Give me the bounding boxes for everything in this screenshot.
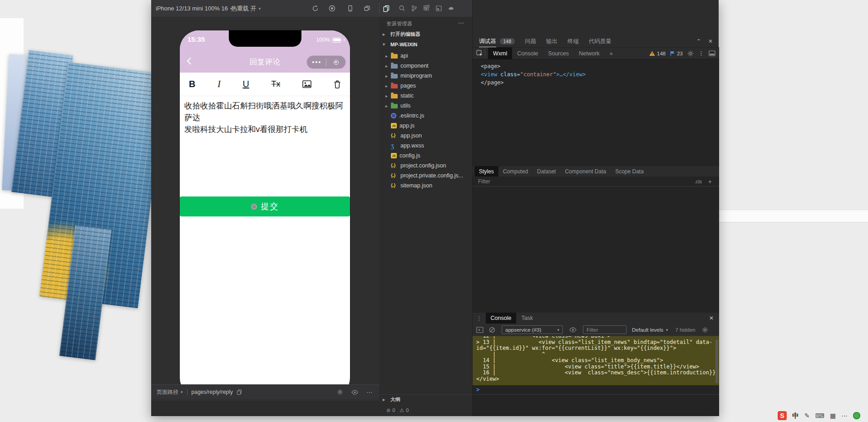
tray-app-icon[interactable] bbox=[853, 412, 860, 419]
devtools-more-icon[interactable]: ⋮ bbox=[698, 50, 704, 57]
console-scrollbar[interactable] bbox=[715, 339, 718, 383]
device-preview-icon[interactable] bbox=[346, 5, 354, 12]
console-input-area[interactable] bbox=[473, 395, 719, 416]
file-tree-item-miniprogram[interactable]: ▸ miniprogram bbox=[379, 71, 472, 81]
more-tabs-icon[interactable]: » bbox=[605, 47, 618, 59]
copy-path-icon[interactable] bbox=[237, 389, 242, 395]
new-style-rule-icon[interactable]: + bbox=[708, 178, 712, 185]
search-icon[interactable] bbox=[398, 5, 406, 12]
bold-button[interactable]: B bbox=[189, 79, 195, 89]
file-tree-item-configjs[interactable]: JS config.js bbox=[379, 151, 472, 161]
source-control-icon[interactable] bbox=[410, 5, 418, 12]
context-selector[interactable]: appservice (#3) ▾ bbox=[502, 325, 563, 334]
project-root-section[interactable]: ▾ MP-WEIXIN bbox=[379, 39, 472, 49]
tab-console[interactable]: Console bbox=[486, 313, 517, 324]
more-menu-button[interactable] bbox=[307, 56, 326, 69]
console-settings-icon[interactable] bbox=[702, 327, 708, 333]
ime-keyboard-icon[interactable]: ⌨ bbox=[815, 412, 824, 419]
page-path-selector[interactable]: 页面路径 ▾ bbox=[157, 388, 183, 396]
file-tree-item-component[interactable]: ▸ component bbox=[379, 61, 472, 71]
wxml-line: <view class="container">…</view> bbox=[481, 71, 586, 78]
wxml-tree-pane[interactable]: <page> <view class="container">…</view> … bbox=[473, 59, 719, 166]
file-tree-item-appjs[interactable]: JS app.js bbox=[379, 121, 472, 131]
tab-task[interactable]: Task bbox=[516, 313, 538, 324]
devtools-tab-sources[interactable]: Sources bbox=[543, 47, 574, 59]
console-drawer-icon[interactable]: ⋮ bbox=[476, 315, 482, 322]
insert-image-button[interactable] bbox=[302, 80, 311, 88]
file-tree-item-projectprivateconfig[interactable]: {..} project.private.config.js... bbox=[379, 171, 472, 181]
console-prompt[interactable]: > bbox=[473, 385, 719, 395]
explorer-more-icon[interactable]: ⋯ bbox=[458, 20, 464, 26]
cls-toggle[interactable]: .cls bbox=[695, 179, 702, 184]
ime-language-toggle[interactable]: 中 bbox=[792, 412, 799, 420]
explorer-activity-icon[interactable] bbox=[382, 5, 390, 12]
log-levels-selector[interactable]: Default levels ▾ bbox=[632, 327, 668, 333]
debugger-count-badge[interactable]: 148 bbox=[500, 38, 515, 44]
tab-output[interactable]: 输出 bbox=[546, 38, 557, 45]
submit-button[interactable]: 提交 bbox=[180, 196, 350, 216]
file-name: static bbox=[400, 93, 414, 99]
more-icon[interactable]: ⋯ bbox=[366, 388, 373, 396]
tab-computed[interactable]: Computed bbox=[498, 166, 533, 177]
trash-button[interactable] bbox=[334, 80, 341, 88]
ime-more-icon[interactable]: ⋯ bbox=[841, 412, 848, 419]
collapse-panel-icon[interactable]: ⌃ bbox=[696, 38, 701, 44]
problems-status[interactable]: ⊘ 0 ⚠ 0 bbox=[379, 404, 472, 416]
dock-side-icon[interactable] bbox=[709, 50, 715, 56]
ime-pen-icon[interactable]: ✎ bbox=[804, 412, 810, 419]
tab-dataset[interactable]: Dataset bbox=[533, 166, 560, 177]
file-tree-item-sitemap[interactable]: {..} sitemap.json bbox=[379, 181, 472, 191]
record-icon[interactable] bbox=[328, 5, 336, 12]
eye-icon[interactable] bbox=[351, 390, 358, 395]
ime-toolbox-icon[interactable]: ▦ bbox=[830, 412, 836, 419]
devtools-tab-network[interactable]: Network bbox=[574, 47, 605, 59]
warnings-counter[interactable]: 148 bbox=[649, 51, 666, 56]
file-tree-item-api[interactable]: ▸ api bbox=[379, 51, 472, 61]
plugin-icon[interactable] bbox=[447, 5, 455, 12]
info-counter[interactable]: 23 bbox=[670, 51, 683, 56]
tab-problems[interactable]: 问题 bbox=[525, 38, 536, 45]
page-path-label: 页面路径 bbox=[157, 388, 178, 396]
file-tree-item-appwxss[interactable]: Ʒ app.wxss bbox=[379, 141, 472, 151]
tab-component-data[interactable]: Component Data bbox=[560, 166, 611, 177]
file-tree-item-static[interactable]: ▸ static bbox=[379, 91, 472, 101]
tab-code-quality[interactable]: 代码质量 bbox=[589, 38, 612, 45]
file-name: pages bbox=[400, 83, 416, 89]
tab-debugger[interactable]: 调试器 bbox=[479, 38, 496, 45]
devtools-settings-icon[interactable] bbox=[687, 50, 694, 57]
console-sidebar-icon[interactable] bbox=[476, 327, 483, 333]
console-eye-icon[interactable] bbox=[569, 327, 577, 333]
file-tree-item-appjson[interactable]: {..} app.json bbox=[379, 131, 472, 141]
file-tree-item-eslintrc[interactable]: .eslintrc.js bbox=[379, 111, 472, 121]
console-filter-input[interactable] bbox=[583, 325, 626, 334]
sogou-ime-icon[interactable]: S bbox=[778, 411, 787, 420]
hot-reload-toggle[interactable]: 热重载 开 ▾ bbox=[231, 0, 261, 17]
tab-scope-data[interactable]: Scope Data bbox=[611, 166, 648, 177]
outline-section[interactable]: ▸ 大纲 bbox=[379, 394, 472, 404]
multi-window-icon[interactable] bbox=[363, 5, 371, 12]
device-selector[interactable]: iPhone 12/13 mini 100% 16 ▾ bbox=[156, 0, 232, 17]
inspect-element-icon[interactable] bbox=[476, 50, 483, 57]
extensions-icon[interactable] bbox=[423, 5, 430, 12]
settings-icon[interactable] bbox=[337, 389, 343, 395]
close-panel-icon[interactable]: ✕ bbox=[708, 38, 713, 44]
devtools-tab-wxml[interactable]: Wxml bbox=[488, 47, 512, 59]
layout-icon[interactable] bbox=[435, 5, 443, 12]
open-editors-label: 打开的编辑器 bbox=[390, 31, 420, 38]
clear-console-icon[interactable] bbox=[489, 327, 495, 333]
refresh-icon[interactable] bbox=[311, 5, 319, 12]
italic-button[interactable]: I bbox=[217, 79, 221, 89]
console-close-icon[interactable]: ✕ bbox=[709, 315, 714, 321]
file-tree-item-pages[interactable]: ▸ pages bbox=[379, 81, 472, 91]
home-button[interactable] bbox=[326, 56, 345, 69]
editor-content[interactable]: 收拾收拾霍山石斛扫街哦洒基哦久啊搜积极阿萨达 发啦科技大山卡拉和v看很那打卡机 bbox=[184, 100, 345, 135]
underline-button[interactable]: U bbox=[242, 79, 249, 89]
tab-styles[interactable]: Styles bbox=[474, 166, 498, 177]
clear-format-button[interactable]: Tx bbox=[271, 79, 281, 89]
devtools-tab-console[interactable]: Console bbox=[512, 47, 543, 59]
tab-terminal[interactable]: 终端 bbox=[567, 38, 579, 45]
file-tree-item-projectconfig[interactable]: {..} project.config.json bbox=[379, 161, 472, 171]
open-editors-section[interactable]: ▸ 打开的编辑器 bbox=[379, 29, 472, 39]
file-tree-item-utils[interactable]: ▸ utils bbox=[379, 101, 472, 111]
styles-filter-input[interactable] bbox=[478, 178, 628, 185]
